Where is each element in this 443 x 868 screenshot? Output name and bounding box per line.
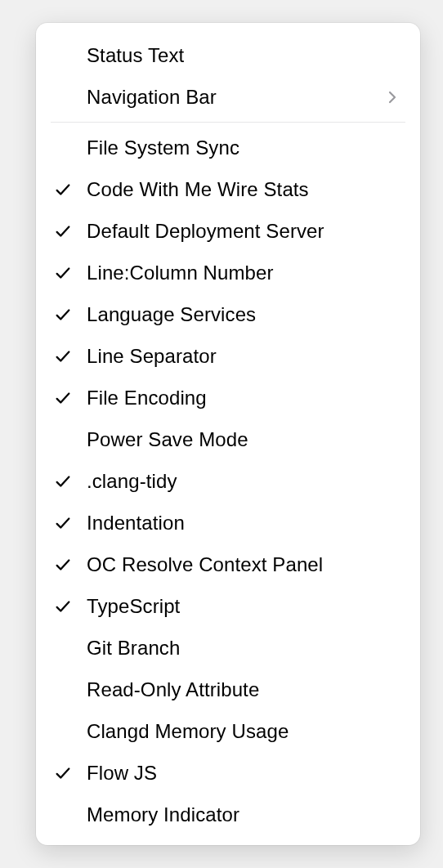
menu-item-line-column-number[interactable]: Line:Column Number: [36, 252, 420, 293]
menu-item-label: Line:Column Number: [87, 262, 402, 284]
context-menu-panel: Status TextNavigation BarFile System Syn…: [36, 23, 420, 845]
menu-item-typescript[interactable]: TypeScript: [36, 585, 420, 627]
check-icon: [54, 764, 87, 782]
menu-item-navigation-bar[interactable]: Navigation Bar: [36, 76, 420, 118]
check-icon: [54, 514, 87, 532]
check-icon: [54, 222, 87, 240]
check-icon: [54, 389, 87, 407]
check-icon: [54, 264, 87, 282]
menu-item-label: Clangd Memory Usage: [87, 720, 402, 743]
menu-item-indentation[interactable]: Indentation: [36, 502, 420, 544]
menu-item-label: Power Save Mode: [87, 428, 402, 451]
check-icon: [54, 472, 87, 490]
menu-item-label: Read-Only Attribute: [87, 678, 402, 701]
menu-item-label: Line Separator: [87, 345, 402, 368]
menu-item-file-encoding[interactable]: File Encoding: [36, 377, 420, 418]
menu-item-code-with-me-wire-stats[interactable]: Code With Me Wire Stats: [36, 168, 420, 210]
check-icon: [54, 597, 87, 615]
menu-item-file-system-sync[interactable]: File System Sync: [36, 127, 420, 168]
menu-item-oc-resolve-context-panel[interactable]: OC Resolve Context Panel: [36, 544, 420, 585]
menu-item-label: Code With Me Wire Stats: [87, 178, 402, 201]
menu-item-label: Indentation: [87, 512, 402, 535]
menu-item-git-branch[interactable]: Git Branch: [36, 627, 420, 669]
check-icon: [54, 306, 87, 324]
menu-item-label: Git Branch: [87, 637, 402, 660]
menu-item-language-services[interactable]: Language Services: [36, 293, 420, 335]
check-icon: [54, 181, 87, 199]
menu-item-clang-tidy[interactable]: .clang-tidy: [36, 460, 420, 502]
menu-item-label: File Encoding: [87, 387, 402, 409]
menu-item-label: Navigation Bar: [87, 86, 383, 109]
menu-item-clangd-memory-usage[interactable]: Clangd Memory Usage: [36, 710, 420, 752]
menu-item-flow-js[interactable]: Flow JS: [36, 752, 420, 794]
menu-item-label: Default Deployment Server: [87, 220, 402, 243]
menu-item-default-deployment-server[interactable]: Default Deployment Server: [36, 210, 420, 252]
menu-item-read-only-attribute[interactable]: Read-Only Attribute: [36, 669, 420, 710]
menu-item-label: TypeScript: [87, 595, 402, 618]
menu-item-label: Flow JS: [87, 762, 402, 785]
menu-item-label: Language Services: [87, 303, 402, 326]
menu-item-line-separator[interactable]: Line Separator: [36, 335, 420, 377]
menu-item-status-text[interactable]: Status Text: [36, 34, 420, 76]
menu-item-label: Memory Indicator: [87, 803, 402, 826]
menu-item-power-save-mode[interactable]: Power Save Mode: [36, 418, 420, 460]
chevron-right-icon: [383, 90, 402, 105]
menu-item-label: .clang-tidy: [87, 470, 402, 493]
menu-item-memory-indicator[interactable]: Memory Indicator: [36, 794, 420, 835]
menu-item-label: Status Text: [87, 44, 402, 67]
check-icon: [54, 556, 87, 574]
menu-divider: [51, 122, 405, 123]
check-icon: [54, 347, 87, 365]
menu-item-label: File System Sync: [87, 136, 402, 159]
menu-item-label: OC Resolve Context Panel: [87, 553, 402, 576]
